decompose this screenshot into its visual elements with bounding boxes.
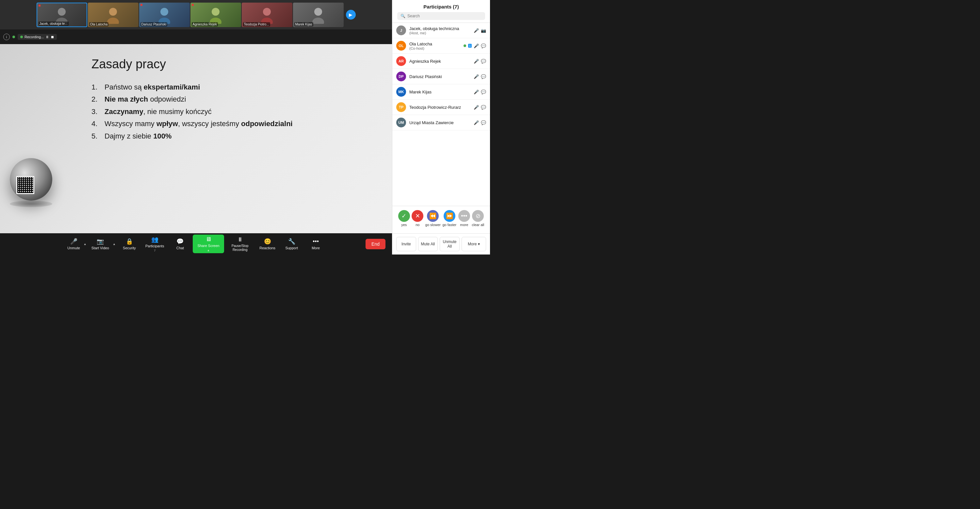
rec-dot <box>20 36 23 38</box>
chat-icon-marek: 💬 <box>481 89 486 94</box>
thumbnail-ola[interactable]: Ola Latocha <box>88 3 138 27</box>
reaction-more[interactable]: ••• more <box>458 210 470 227</box>
mute-all-button[interactable]: Mute All <box>418 237 438 251</box>
list-item-3: 3. Zaczynamy, nie musimy kończyć <box>91 105 293 118</box>
mic-muted-icon-teodozja: 🎤 <box>474 105 479 110</box>
search-box[interactable]: 🔍 <box>397 12 485 20</box>
participant-item-agnieszka[interactable]: AR Agnieszka Rejek 🎤 💬 <box>392 54 490 69</box>
thumbnail-marek[interactable]: Marek Kijas <box>293 3 344 27</box>
recording-btn-label: Pause/Stop Recording <box>229 244 251 252</box>
invite-button[interactable]: Invite <box>396 237 416 251</box>
avatar-agnieszka: AR <box>396 56 406 66</box>
search-input[interactable] <box>407 14 482 18</box>
participant-item-urzad[interactable]: UM Urząd Miasta Zawiercie 🎤 💬 <box>392 115 490 130</box>
thumbnail-dariusz[interactable]: Dariusz Ptasiński <box>139 3 190 27</box>
reaction-no[interactable]: ✕ no <box>412 210 423 227</box>
pause-recording-button[interactable]: ⏸ Pause/Stop Recording <box>225 235 255 253</box>
chat-icon-red-urzad: 💬 <box>481 120 486 125</box>
unmute-button[interactable]: 🎤 Unmute <box>65 237 83 251</box>
recording-label: Recording... <box>24 35 44 39</box>
list-text-1: Państwo są ekspertami/kami <box>105 81 200 93</box>
reaction-clear-all[interactable]: ⊘ clear all <box>472 210 484 227</box>
list-num-1: 1. <box>91 81 101 93</box>
participant-item-ola[interactable]: OL Ola Latocha (Co-host) 1 🎤 💬 <box>392 38 490 54</box>
share-screen-icon: 🖥 <box>205 236 212 243</box>
go-slower-icon: ⏪ <box>429 212 436 220</box>
list-item-2: 2. Nie ma złych odpowiedzi <box>91 93 293 105</box>
reactions-panel: ✓ yes ✕ no ⏪ go slower <box>392 206 490 233</box>
participant-item-marek[interactable]: MK Marek Kijas 🎤 💬 <box>392 84 490 100</box>
list-text-3: Zaczynamy, nie musimy kończyć <box>105 105 212 118</box>
participant-icons-teodozja: 🎤 💬 <box>474 105 486 110</box>
unmute-caret[interactable]: ▲ <box>83 241 88 247</box>
unmute-all-button[interactable]: Unmute All <box>440 237 460 251</box>
checkmark-icon: ✓ <box>401 212 406 220</box>
sidebar-more-button[interactable]: More ▾ <box>461 237 486 251</box>
stop-icon[interactable]: ⏹ <box>51 35 54 39</box>
participants-button[interactable]: 👥 Participants 7 <box>142 235 167 253</box>
reaction-yes[interactable]: ✓ yes <box>398 210 410 227</box>
list-item-4: 4. Wszyscy mamy wpływ, wszyscy jesteśmy … <box>91 118 293 130</box>
video-caret[interactable]: ▲ <box>112 241 117 247</box>
top-controls-bar: i Recording... ⏸ ⏹ <box>0 29 392 44</box>
list-item-1: 1. Państwo są ekspertami/kami <box>91 81 293 93</box>
thumbnail-agnieszka[interactable]: Agnieszka Rejek <box>191 3 241 27</box>
svg-point-11 <box>312 17 324 24</box>
participant-item-jacek[interactable]: J Jacek, obsługa techniczna (Host, me) 🎤… <box>392 23 490 38</box>
unmute-label: Unmute <box>67 246 80 250</box>
bottom-toolbar: 🎤 Unmute ▲ 📷 Start Video ▲ 🔒 Security <box>0 233 392 254</box>
share-screen-label: Share Screen <box>197 244 219 248</box>
yes-label: yes <box>401 223 407 227</box>
pause-icon[interactable]: ⏸ <box>45 35 49 39</box>
participant-item-teodozja[interactable]: TP Teodozja Piotrowicz-Rurarz 🎤 💬 <box>392 100 490 115</box>
participant-info-teodozja: Teodozja Piotrowicz-Rurarz <box>409 105 470 110</box>
chat-button[interactable]: 💬 Chat <box>169 237 191 251</box>
list-num-5: 5. <box>91 130 101 142</box>
end-button[interactable]: End <box>366 239 385 249</box>
svg-point-0 <box>58 8 66 16</box>
thumbnail-jacek[interactable]: Jacek, obsługa te... <box>37 3 87 27</box>
reactions-icon: 😊 <box>264 238 271 245</box>
share-screen-button[interactable]: 🖥 Share Screen ▲ <box>193 235 224 253</box>
start-video-button[interactable]: 📷 Start Video <box>89 237 112 251</box>
list-num-2: 2. <box>91 93 101 105</box>
right-sidebar: Participants (7) 🔍 J Jacek, obsługa tech… <box>392 0 490 254</box>
participant-info-jacek: Jacek, obsługa techniczna (Host, me) <box>409 26 470 35</box>
qr-code <box>16 176 34 194</box>
participant-item-dariusz[interactable]: DP Dariusz Ptasiński 🎤 💬 <box>392 69 490 84</box>
participant-name-teodozja: Teodozja Piotrowicz-Rurarz <box>409 105 470 110</box>
reaction-go-slower[interactable]: ⏪ go slower <box>425 210 441 227</box>
slide-content: Zasady pracy 1. Państwo są ekspertami/ka… <box>91 57 293 142</box>
slide-list: 1. Państwo są ekspertami/kami 2. Nie ma … <box>91 81 293 142</box>
participant-name-dariusz: Dariusz Ptasiński <box>409 74 470 79</box>
security-label: Security <box>123 246 136 250</box>
thumbnail-label-marek: Marek Kijas <box>294 22 313 27</box>
clear-all-label: clear all <box>472 223 484 227</box>
more-button[interactable]: ••• More <box>304 237 327 251</box>
thumbnail-label-dariusz: Dariusz Ptasiński <box>140 22 167 27</box>
avatar-urzad: UM <box>396 118 406 127</box>
support-label: Support <box>285 246 298 250</box>
go-faster-label: go faster <box>442 223 457 227</box>
avatar-teodozja: TP <box>396 102 406 112</box>
chat-icon-agnieszka: 💬 <box>481 59 486 64</box>
thumbnail-nav-next[interactable]: ▶ <box>346 10 356 20</box>
info-button[interactable]: i <box>3 33 10 40</box>
participant-name-ola: Ola Latocha <box>409 41 460 46</box>
participants-icon: 👥 <box>151 236 158 243</box>
reaction-go-faster[interactable]: ⏩ go faster <box>442 210 457 227</box>
thumbnail-label-teodozja: Teodozja Piotro... <box>243 22 270 27</box>
support-button[interactable]: 🔧 Support <box>280 237 303 251</box>
security-button[interactable]: 🔒 Security <box>118 237 141 251</box>
no-label: no <box>415 223 420 227</box>
chat-icon-ola: 💬 <box>481 43 486 48</box>
participant-icons-ola: 1 🎤 💬 <box>463 43 486 48</box>
svg-point-2 <box>109 8 117 16</box>
share-screen-caret[interactable]: ▲ <box>207 249 210 252</box>
participant-info-agnieszka: Agnieszka Rejek <box>409 59 470 64</box>
reactions-button[interactable]: 😊 Reactions <box>256 237 279 251</box>
participant-icons-jacek: 🎤 📷 <box>474 28 486 33</box>
thumbnail-teodozja[interactable]: Teodozja Piotro... <box>242 3 293 27</box>
go-faster-icon-box: ⏩ <box>444 210 455 222</box>
mic-muted-icon-jacek: 🎤 <box>474 28 479 33</box>
